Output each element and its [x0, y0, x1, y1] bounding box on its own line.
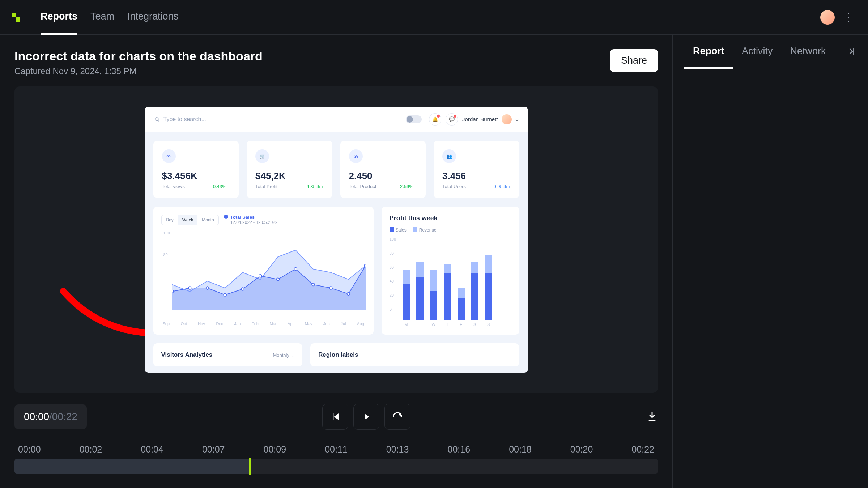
- eye-icon: 👁: [162, 149, 176, 163]
- stat-value: $3.456K: [162, 170, 230, 182]
- skip-back-button[interactable]: [322, 404, 348, 430]
- svg-point-0: [155, 117, 158, 120]
- panel-tab-activity[interactable]: Activity: [733, 35, 782, 69]
- sales-chart-x-labels: SepOct NovDec JanFeb MarApr MayJun JulAu…: [161, 322, 366, 326]
- stat-value: 3.456: [442, 170, 511, 182]
- details-panel: Report Activity Network: [673, 35, 868, 488]
- cart-icon: 🛒: [255, 149, 269, 163]
- svg-point-8: [294, 268, 297, 271]
- svg-point-4: [224, 293, 226, 296]
- collapse-icon: [846, 46, 856, 57]
- svg-point-7: [276, 278, 279, 281]
- report-title: Incorrect data for charts on the dashboa…: [14, 49, 263, 63]
- restart-button[interactable]: [384, 404, 410, 430]
- dashboard-search: Type to search...: [154, 116, 406, 123]
- stat-card-product: 🛍 2.450 Total Product2.59% ↑: [340, 141, 426, 198]
- panel-tab-report[interactable]: Report: [684, 35, 733, 69]
- chat-icon: 💬: [446, 113, 458, 126]
- play-button[interactable]: [353, 404, 379, 430]
- nav-tab-team[interactable]: Team: [90, 0, 114, 35]
- play-icon: [361, 412, 371, 422]
- sales-chart-card: Day Week Month Total Sales 12.04.2022 - …: [153, 207, 374, 335]
- timeline-progress: [14, 459, 249, 474]
- panel-tab-network[interactable]: Network: [782, 35, 835, 69]
- nav-tab-reports[interactable]: Reports: [41, 0, 77, 35]
- svg-point-11: [347, 293, 350, 296]
- sales-line-chart: [172, 234, 366, 310]
- region-labels-card: Region labels: [310, 343, 519, 366]
- collapse-panel-button[interactable]: [846, 46, 856, 58]
- stat-value: 2.450: [349, 170, 417, 182]
- bell-icon: 🔔: [429, 113, 441, 126]
- user-avatar[interactable]: [820, 10, 835, 25]
- svg-point-2: [188, 287, 191, 289]
- app-logo: [12, 13, 20, 22]
- download-icon: [646, 410, 658, 422]
- dashboard-user: Jordan Burnett ⌵: [462, 114, 518, 124]
- more-menu-icon[interactable]: ⋮: [841, 8, 856, 26]
- embedded-dashboard-screenshot: Type to search... 🔔 💬 Jordan Burnett ⌵ 👁…: [145, 107, 528, 373]
- nav-tab-integrations[interactable]: Integrations: [127, 0, 178, 35]
- skip-back-icon: [330, 412, 340, 422]
- restart-icon: [392, 411, 403, 422]
- svg-point-5: [241, 288, 244, 290]
- timeline-ticks: 00:0000:0200:04 00:0700:0900:11 00:1300:…: [14, 444, 658, 455]
- dashboard-user-avatar: [502, 114, 512, 124]
- chevron-down-icon: ⌵: [292, 352, 294, 358]
- captured-timestamp: Captured Nov 9, 2024, 1:35 PM: [14, 66, 263, 76]
- recording-viewer[interactable]: Type to search... 🔔 💬 Jordan Burnett ⌵ 👁…: [14, 86, 658, 393]
- bag-icon: 🛍: [349, 149, 363, 163]
- svg-point-3: [206, 287, 209, 289]
- svg-point-6: [259, 275, 261, 277]
- visitors-analytics-card: Visitors Analytics Monthly ⌵: [153, 343, 302, 366]
- stat-card-profit: 🛒 $45,2K Total Profit4.35% ↑: [247, 141, 332, 198]
- stat-card-views: 👁 $3.456K Total views0.43% ↑: [153, 141, 239, 198]
- chart-range-selector: Day Week Month: [161, 215, 219, 225]
- theme-toggle: [406, 115, 422, 123]
- top-navbar: Reports Team Integrations ⋮: [0, 0, 868, 35]
- svg-point-1: [172, 290, 174, 293]
- stat-value: $45,2K: [255, 170, 324, 182]
- share-button[interactable]: Share: [610, 49, 658, 72]
- chevron-down-icon: ⌵: [515, 116, 519, 123]
- report-pane: Incorrect data for charts on the dashboa…: [0, 35, 673, 488]
- search-icon: [154, 116, 160, 122]
- timeline-track[interactable]: [14, 459, 658, 474]
- svg-point-9: [312, 283, 315, 286]
- download-button[interactable]: [646, 410, 658, 423]
- profit-bar-chart-card: Profit this week Sales Revenue 10080 604…: [382, 207, 519, 335]
- profit-bar-chart: 10080 6040 200: [390, 237, 511, 320]
- svg-point-12: [364, 264, 366, 267]
- svg-point-10: [329, 287, 332, 289]
- nav-tabs: Reports Team Integrations: [41, 0, 820, 35]
- users-icon: 👥: [442, 149, 456, 163]
- stat-card-users: 👥 3.456 Total Users0.95% ↓: [434, 141, 519, 198]
- playback-time: 00:00/00:22: [14, 404, 87, 429]
- timeline-playhead[interactable]: [249, 458, 251, 475]
